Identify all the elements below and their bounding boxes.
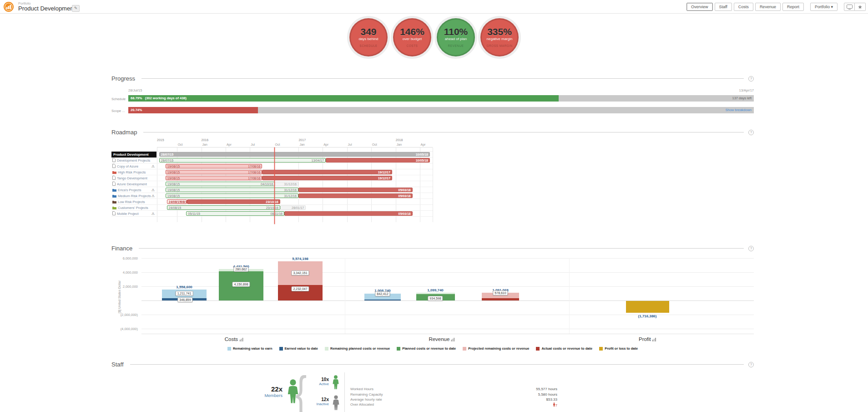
app-logo-icon	[4, 2, 14, 12]
document-icon	[112, 182, 116, 186]
gantt-bar-baseline[interactable]: 31/12/16	[275, 182, 298, 186]
segment-value: 578,610	[493, 290, 508, 295]
legend-swatch	[279, 347, 283, 351]
stat-value: 5,580 hours	[448, 392, 557, 397]
gantt-row-azure-development: Azure Development 19/08/1504/10/16 31/12…	[111, 181, 433, 187]
group-label-costs[interactable]: Costs	[225, 336, 243, 342]
kpi-gross-margin: 335% negative margin GROSS MARGIN	[480, 18, 519, 56]
schedule-progress-bar[interactable]: 68.79% (302 working days of 438) 137 day…	[128, 95, 754, 102]
timeline-month: Jan	[202, 143, 207, 146]
help-icon[interactable]: ?	[748, 76, 754, 81]
timeline-year: 2016	[202, 138, 209, 142]
gantt-bar-baseline[interactable]: 28/01/17	[280, 205, 306, 210]
finance-section: Finance ? [$] United States Dollar 6,000…	[111, 245, 754, 360]
kpi-category: COSTS	[407, 44, 418, 47]
gantt-bar[interactable]: 28/07/1510/05/18	[159, 152, 430, 157]
gantt-bar[interactable]: 19/08/1517/08/16	[166, 170, 262, 174]
star-icon	[858, 5, 862, 9]
kpi-category: SCHEDULE	[359, 44, 377, 47]
help-icon[interactable]: ?	[748, 362, 754, 367]
section-title-staff: Staff	[111, 361, 124, 368]
warning-icon: ⚠	[151, 211, 155, 217]
tab-overview[interactable]: Overview	[686, 3, 713, 11]
chart-legend: Remaining value to earn Earned value to …	[111, 346, 754, 351]
divider	[141, 78, 744, 79]
segment-value: 1,211,741	[176, 291, 193, 296]
schedule-start-date: 28/Jul/15	[128, 88, 142, 92]
breakdown-icon	[239, 338, 243, 341]
help-icon[interactable]: ?	[748, 246, 754, 251]
inactive-count: 12x	[310, 397, 329, 402]
kpi-category: GROSS MARGIN	[486, 44, 512, 47]
group-label-revenue[interactable]: Revenue	[429, 336, 454, 342]
timeline-month: Apr	[323, 143, 328, 146]
gantt-bar[interactable]: 19/08/1517/08/16	[166, 164, 262, 168]
gantt-row-label: Mobile Project	[117, 212, 139, 216]
tab-revenue[interactable]: Revenue	[755, 3, 781, 11]
star-button[interactable]	[855, 3, 866, 11]
gantt-bar[interactable]: 19/08/1517/08/16	[166, 176, 262, 180]
gantt-bar[interactable]: 24/08/1508/11/15	[167, 199, 187, 204]
gantt-bar-overrun[interactable]: 05/03/18	[298, 193, 413, 198]
pencil-icon: ✎	[74, 6, 78, 10]
gantt-row-label: Development Projects	[117, 158, 150, 163]
gantt-bar[interactable]: 19/08/1504/10/16	[166, 182, 275, 186]
members-count: 22x	[262, 385, 283, 393]
gantt-bar-overrun[interactable]: 19/12/17	[262, 176, 392, 180]
kpi-category: REVENUE	[448, 44, 464, 47]
help-icon[interactable]: ?	[748, 130, 754, 135]
divider	[143, 132, 744, 132]
gantt-row-mobile-project: Mobile Project⚠ 05/11/1508/11/16 05/03/1…	[111, 211, 433, 217]
gantt-row-label: Erica's Projects	[118, 188, 141, 192]
warning-icon: ⚠	[151, 193, 155, 199]
monitor-button[interactable]	[844, 3, 855, 11]
portfolio-menu-button[interactable]: Portfolio ▾	[810, 3, 838, 11]
warning-icon: ⚠	[151, 163, 155, 169]
gantt-row-label: Medium Risk Projects	[118, 194, 151, 198]
schedule-note: (302 working days of 438)	[145, 96, 187, 100]
timeline-month: Apr	[420, 143, 426, 146]
profit-loss-bar[interactable]	[626, 301, 669, 313]
gantt-row-label: Copy of Azure	[117, 164, 138, 168]
gantt-bar[interactable]: 19/08/1531/12/16	[166, 193, 298, 198]
gantt-row-product-development: Product Development 28/07/1510/05/18	[111, 152, 433, 158]
gantt-bar[interactable]: 24/08/1523/10/16	[167, 205, 280, 210]
costs-actual-bar[interactable]	[278, 261, 323, 300]
inactive-person-icon	[331, 395, 341, 411]
gantt-bar-overrun[interactable]: 05/03/18	[298, 188, 413, 192]
members-label: Members	[262, 393, 283, 398]
legend-swatch	[397, 347, 400, 351]
gantt-row-label[interactable]: Product Development	[111, 152, 156, 158]
tab-report[interactable]: Report	[782, 3, 804, 11]
kpi-value: 349	[360, 27, 376, 36]
gantt-bar[interactable]: 05/11/1508/11/16	[186, 211, 284, 216]
group-label-profit[interactable]: Profit	[639, 336, 656, 342]
schedule-row-label: Schedule	[111, 97, 126, 101]
tab-costs[interactable]: Costs	[734, 3, 753, 11]
stat-label: Over Allocated	[350, 402, 374, 407]
bar-total: 5,574,198	[292, 257, 308, 261]
active-person-icon	[331, 375, 340, 390]
bar-total-negative: (1,716,386)	[638, 314, 657, 318]
section-title-progress: Progress	[111, 75, 135, 82]
show-breakdown-link[interactable]: Show breakdown	[725, 107, 752, 113]
edit-title-button[interactable]: ✎	[72, 5, 80, 12]
gantt-bar-overrun[interactable]: 10/05/18	[326, 158, 430, 163]
roadmap-section: Roadmap ? 2015 2016 2017 2018 Oct	[111, 129, 754, 222]
divider	[139, 248, 744, 249]
schedule-percent: 68.79%	[131, 96, 142, 100]
stat-value: $53.33	[448, 397, 557, 402]
gantt-bar[interactable]: 28/07/1513/04/17	[159, 158, 326, 163]
kpi-caption: over budget	[403, 37, 422, 41]
gantt-bar-overrun[interactable]: 19/12/17	[262, 170, 392, 174]
stat-value: 55,577 hours	[448, 387, 557, 391]
scope-progress-bar[interactable]: 20.74% Show breakdown	[128, 107, 754, 113]
gantt-row-ericas-projects: Erica's Projects⚠ 19/08/1531/12/16 05/03…	[111, 187, 433, 193]
gantt-row-low-risk-projects: Low Risk Projects 24/08/1508/11/15 23/10…	[111, 199, 433, 205]
gantt-bar[interactable]: 19/08/1531/12/16	[166, 188, 298, 192]
tab-staff[interactable]: Staff	[715, 3, 732, 11]
breakdown-icon	[451, 338, 455, 341]
gantt-bar-overrun[interactable]: 05/03/18	[284, 211, 413, 216]
kpi-schedule: 349 days behind SCHEDULE	[349, 18, 388, 56]
gantt-bar-overrun[interactable]: 23/10/16	[187, 199, 280, 204]
